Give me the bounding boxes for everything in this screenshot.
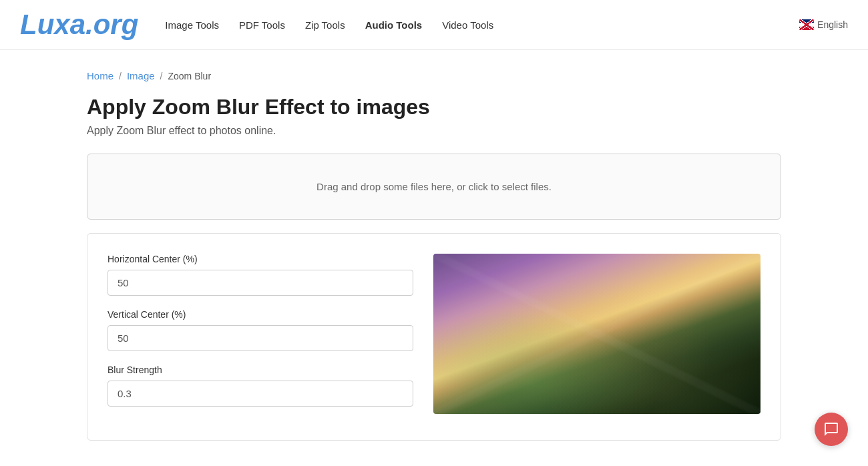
horizontal-center-label: Horizontal Center (%) bbox=[107, 254, 413, 264]
site-header: Luxa.org Image Tools PDF Tools Zip Tools… bbox=[0, 0, 868, 50]
horizontal-center-group: Horizontal Center (%) bbox=[107, 254, 413, 296]
zoom-blur-canvas bbox=[433, 254, 761, 414]
chat-icon bbox=[823, 421, 839, 437]
preview-image bbox=[433, 254, 761, 414]
chat-button[interactable] bbox=[815, 413, 848, 446]
horizontal-center-input[interactable] bbox=[107, 270, 413, 296]
upload-label: Drag and drop some files here, or click … bbox=[316, 181, 552, 192]
nav-video-tools[interactable]: Video Tools bbox=[442, 19, 493, 31]
main-nav: Image Tools PDF Tools Zip Tools Audio To… bbox=[165, 19, 799, 31]
vertical-center-input[interactable] bbox=[107, 325, 413, 351]
upload-dropzone[interactable]: Drag and drop some files here, or click … bbox=[87, 154, 781, 220]
page-title: Apply Zoom Blur Effect to images bbox=[87, 95, 781, 120]
vertical-center-group: Vertical Center (%) bbox=[107, 309, 413, 351]
breadcrumb-separator-1: / bbox=[119, 71, 122, 81]
nav-image-tools[interactable]: Image Tools bbox=[165, 19, 219, 31]
breadcrumb-current: Zoom Blur bbox=[168, 71, 212, 81]
nav-pdf-tools[interactable]: PDF Tools bbox=[239, 19, 285, 31]
site-logo[interactable]: Luxa.org bbox=[20, 9, 138, 41]
language-flag bbox=[799, 19, 814, 30]
nav-zip-tools[interactable]: Zip Tools bbox=[305, 19, 345, 31]
blur-strength-label: Blur Strength bbox=[107, 365, 413, 375]
nav-audio-tools[interactable]: Audio Tools bbox=[365, 19, 423, 31]
controls-left: Horizontal Center (%) Vertical Center (%… bbox=[107, 254, 413, 420]
vertical-center-label: Vertical Center (%) bbox=[107, 309, 413, 320]
language-label: English bbox=[817, 19, 848, 30]
main-content: Home / Image / Zoom Blur Apply Zoom Blur… bbox=[0, 50, 868, 461]
page-subtitle: Apply Zoom Blur effect to photos online. bbox=[87, 125, 781, 137]
breadcrumb: Home / Image / Zoom Blur bbox=[87, 70, 781, 81]
breadcrumb-home[interactable]: Home bbox=[87, 70, 114, 81]
blur-strength-input[interactable] bbox=[107, 381, 413, 407]
language-selector[interactable]: English bbox=[799, 19, 848, 30]
breadcrumb-image[interactable]: Image bbox=[127, 70, 155, 81]
blur-strength-group: Blur Strength bbox=[107, 365, 413, 407]
breadcrumb-separator-2: / bbox=[160, 71, 163, 81]
controls-section: Horizontal Center (%) Vertical Center (%… bbox=[87, 233, 781, 441]
